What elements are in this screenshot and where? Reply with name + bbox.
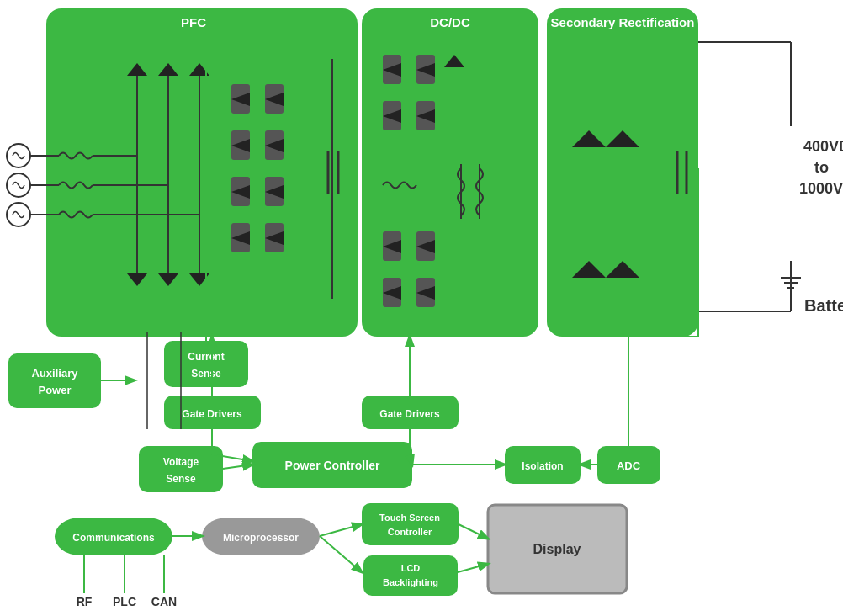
pfc-label: PFC bbox=[181, 15, 206, 29]
voltage-label: 400VDC bbox=[803, 138, 843, 155]
svg-line-100 bbox=[223, 465, 252, 469]
gate-drivers-pfc-label: Gate Drivers bbox=[182, 408, 242, 420]
microprocessor-label: Microprocessor bbox=[223, 532, 299, 544]
aux-power-label2: Power bbox=[38, 384, 71, 396]
voltage-to: to bbox=[814, 159, 829, 176]
svg-rect-83 bbox=[139, 446, 223, 492]
lcd-label1: LCD bbox=[401, 563, 421, 573]
voltage-sense-label1: Voltage bbox=[163, 456, 199, 468]
svg-rect-80 bbox=[164, 341, 248, 387]
svg-rect-79 bbox=[8, 353, 101, 408]
touch-screen-label1: Touch Screen bbox=[379, 512, 440, 523]
lcd-label2: Backlighting bbox=[383, 577, 438, 587]
svg-rect-89 bbox=[362, 503, 459, 545]
display-label: Display bbox=[533, 542, 581, 556]
svg-line-113 bbox=[459, 524, 488, 539]
battery-label: Battery bbox=[804, 296, 843, 315]
dcdc-label: DC/DC bbox=[430, 15, 470, 29]
diagram-svg: PFC DC/DC Secondary Rectification bbox=[0, 0, 843, 616]
current-sense-label1: Current bbox=[188, 351, 224, 363]
svg-rect-2 bbox=[547, 8, 698, 337]
secondary-rect-label: Secondary Rectification bbox=[551, 15, 695, 29]
power-controller-label: Power Controller bbox=[285, 459, 380, 472]
diagram-container: PFC DC/DC Secondary Rectification bbox=[0, 0, 843, 616]
isolation-label: Isolation bbox=[522, 460, 563, 472]
svg-line-114 bbox=[458, 564, 488, 572]
gate-drivers-dcdc-label: Gate Drivers bbox=[379, 408, 440, 420]
svg-rect-0 bbox=[46, 8, 358, 337]
can-label: CAN bbox=[151, 595, 177, 608]
rf-label: RF bbox=[77, 595, 93, 608]
aux-power-label1: Auxiliary bbox=[32, 367, 79, 380]
plc-label: PLC bbox=[113, 595, 136, 608]
current-sense-label2: Sense bbox=[191, 368, 221, 380]
svg-line-112 bbox=[320, 536, 362, 572]
voltage-high: 1000VDC bbox=[799, 180, 843, 197]
communications-label: Communications bbox=[72, 532, 155, 544]
svg-rect-90 bbox=[363, 555, 458, 596]
touch-screen-label2: Controller bbox=[388, 527, 432, 537]
voltage-sense-label2: Sense bbox=[166, 473, 196, 485]
adc-label: ADC bbox=[617, 459, 641, 472]
svg-line-111 bbox=[320, 524, 362, 536]
